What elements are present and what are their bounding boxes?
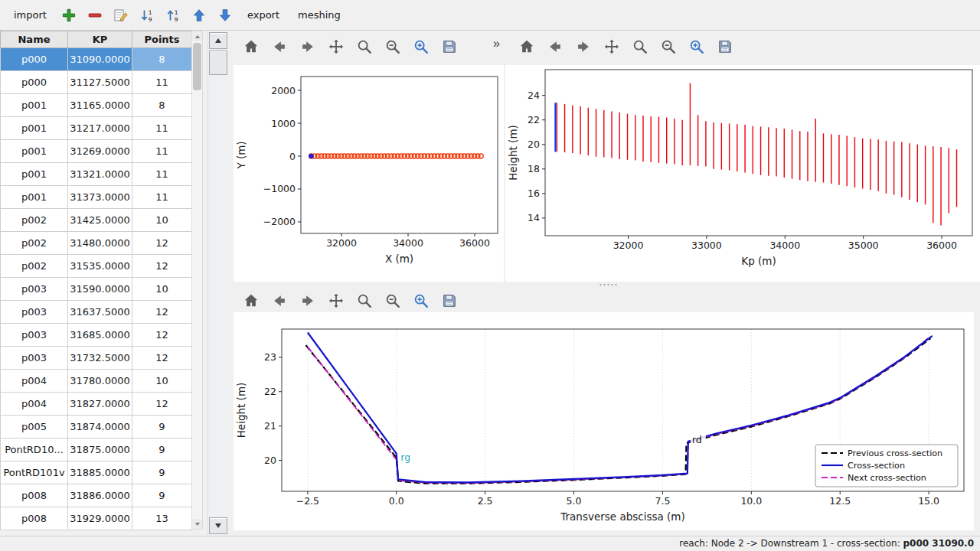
table-cell[interactable]: 31685.0000: [68, 324, 132, 347]
table-cell[interactable]: p001: [1, 117, 68, 140]
table-cell[interactable]: p003: [1, 347, 68, 370]
table-cell[interactable]: p004: [1, 370, 68, 393]
zoom-out-button[interactable]: [381, 35, 405, 58]
table-cell[interactable]: 8: [132, 48, 192, 71]
table-cell[interactable]: p002: [1, 209, 68, 232]
zoom-button[interactable]: [628, 35, 652, 58]
table-row[interactable]: p00331685.000012: [1, 324, 192, 347]
table-cell[interactable]: 31090.0000: [68, 48, 132, 71]
table-row[interactable]: p00531874.00009: [1, 416, 192, 439]
table-row[interactable]: p00331637.500012: [1, 301, 192, 324]
toolbar-overflow-button[interactable]: »: [493, 37, 500, 51]
table-cell[interactable]: p005: [1, 416, 68, 439]
panel-scrollbar-thumb[interactable]: [209, 51, 227, 75]
pan-button[interactable]: [324, 35, 348, 58]
table-cell[interactable]: 31874.0000: [68, 416, 132, 439]
save-button[interactable]: [437, 289, 462, 312]
table-cell[interactable]: p008: [1, 484, 68, 507]
table-cell[interactable]: 31875.0000: [68, 439, 132, 461]
table-row[interactable]: p00031090.00008: [1, 48, 192, 71]
plan-view-chart[interactable]: 320003400036000−2000−1000010002000X (m)Y…: [234, 65, 504, 282]
panel-scrollbar[interactable]: [207, 31, 228, 536]
edit-cross-section-button[interactable]: [109, 4, 132, 27]
table-row[interactable]: p00831886.00009: [1, 484, 192, 507]
zoom-out-button[interactable]: [381, 289, 405, 312]
table-cell[interactable]: p001: [1, 94, 68, 117]
table-cell[interactable]: 11: [132, 71, 192, 94]
table-cell[interactable]: 12: [132, 301, 192, 324]
table-cell[interactable]: 10: [132, 278, 192, 301]
table-scrollbar[interactable]: [191, 31, 203, 530]
table-row[interactable]: p00131373.000011: [1, 186, 192, 209]
table-cell[interactable]: p002: [1, 255, 68, 278]
table-cell[interactable]: 11: [132, 163, 192, 186]
table-cell[interactable]: 31321.0000: [68, 163, 132, 186]
import-button[interactable]: import: [6, 5, 54, 24]
table-cell[interactable]: 31127.5000: [68, 71, 132, 94]
table-cell[interactable]: p001: [1, 140, 68, 163]
panel-scroll-up-button[interactable]: [209, 32, 227, 49]
export-button[interactable]: export: [240, 5, 287, 24]
sort-numeric-down-button[interactable]: 19: [136, 4, 158, 27]
table-cell[interactable]: p000: [1, 48, 68, 71]
back-button[interactable]: [543, 35, 567, 58]
panel-scroll-down-button[interactable]: [209, 517, 227, 534]
table-cell[interactable]: 12: [132, 232, 192, 255]
table-scroll-up-button[interactable]: [192, 31, 202, 41]
zoom-rect-button[interactable]: [409, 289, 433, 312]
save-button[interactable]: [437, 35, 462, 58]
table-cell[interactable]: PontRD101v: [1, 461, 68, 484]
table-cell[interactable]: 31165.0000: [68, 94, 132, 117]
table-cell[interactable]: p008: [1, 507, 68, 530]
home-button[interactable]: [514, 35, 539, 58]
table-cell[interactable]: p001: [1, 186, 68, 209]
zoom-rect-button[interactable]: [409, 35, 433, 58]
back-button[interactable]: [267, 289, 292, 312]
table-cell[interactable]: 31780.0000: [68, 370, 132, 393]
column-header-name[interactable]: Name: [1, 31, 68, 48]
move-up-button[interactable]: [188, 4, 211, 27]
table-cell[interactable]: p004: [1, 393, 68, 416]
table-cell[interactable]: 9: [132, 416, 192, 439]
table-cell[interactable]: p001: [1, 163, 68, 186]
forward-button[interactable]: [296, 35, 320, 58]
table-cell[interactable]: 12: [132, 347, 192, 370]
table-cell[interactable]: 31535.0000: [68, 255, 132, 278]
table-cell[interactable]: 9: [132, 461, 192, 484]
table-cell[interactable]: 11: [132, 140, 192, 163]
meshing-button[interactable]: meshing: [290, 5, 348, 24]
table-cell[interactable]: p003: [1, 278, 68, 301]
zoom-button[interactable]: [352, 35, 377, 58]
home-button[interactable]: [239, 289, 263, 312]
pan-button[interactable]: [324, 289, 348, 312]
zoom-button[interactable]: [352, 289, 377, 312]
table-row[interactable]: p00831929.000013: [1, 507, 192, 530]
table-row[interactable]: p00231535.000012: [1, 255, 192, 278]
back-button[interactable]: [267, 35, 292, 58]
zoom-out-button[interactable]: [656, 35, 681, 58]
cross-section-chart[interactable]: rgrd−2.50.02.55.07.510.012.515.020212223…: [234, 312, 974, 530]
table-row[interactable]: p00131321.000011: [1, 163, 192, 186]
horizontal-splitter[interactable]: [230, 282, 980, 288]
table-scrollbar-thumb[interactable]: [193, 43, 201, 90]
table-cell[interactable]: 11: [132, 186, 192, 209]
table-cell[interactable]: 8: [132, 94, 192, 117]
table-row[interactable]: PontRD101v31885.00009: [1, 461, 192, 484]
table-cell[interactable]: 31425.0000: [68, 209, 132, 232]
table-cell[interactable]: 31637.5000: [68, 301, 132, 324]
table-row[interactable]: p00131269.000011: [1, 140, 192, 163]
table-scroll-down-button[interactable]: [192, 519, 202, 529]
table-row[interactable]: p00131165.00008: [1, 94, 192, 117]
table-row[interactable]: p00131217.000011: [1, 117, 192, 140]
table-cell[interactable]: 31480.0000: [68, 232, 132, 255]
table-row[interactable]: p00231425.000010: [1, 209, 192, 232]
table-row[interactable]: p00031127.500011: [1, 71, 192, 94]
table-row[interactable]: p00231480.000012: [1, 232, 192, 255]
table-cell[interactable]: 31373.0000: [68, 186, 132, 209]
table-cell[interactable]: 31217.0000: [68, 117, 132, 140]
longitudinal-chart[interactable]: 3200033000340003500036000141618202224Kp …: [505, 65, 980, 282]
table-row[interactable]: p00431780.000010: [1, 370, 192, 393]
table-cell[interactable]: 31827.0000: [68, 393, 132, 416]
table-cell[interactable]: 31886.0000: [68, 484, 132, 507]
home-button[interactable]: [239, 35, 263, 58]
